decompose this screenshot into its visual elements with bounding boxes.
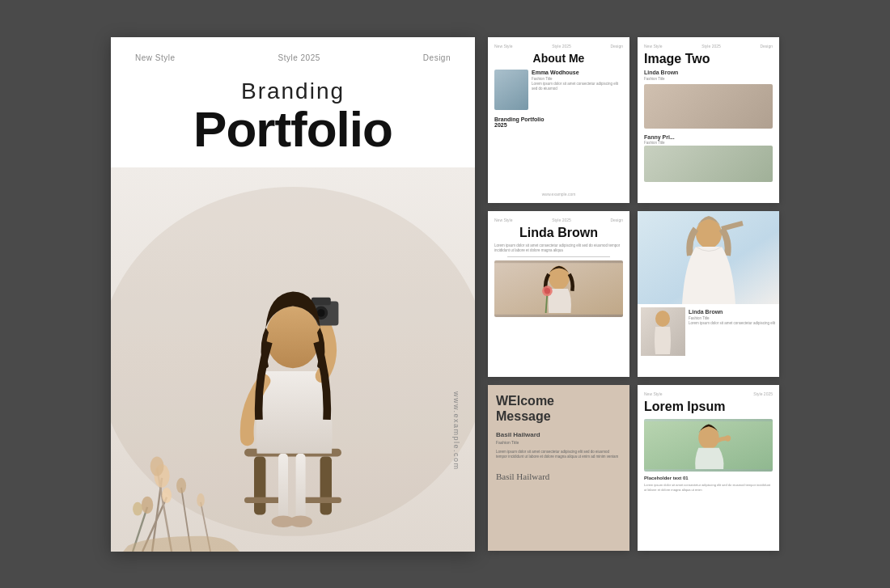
- svg-point-21: [150, 456, 164, 476]
- fashion-photo-svg: [638, 211, 779, 304]
- thumb2-title: Image Two: [644, 52, 773, 66]
- thumb5-signature: Basil Hailward: [496, 472, 621, 481]
- thumbnails-grid: New Style Style 2025 Design About Me Emm…: [488, 37, 779, 552]
- thumb2-photo-bg: [644, 84, 773, 129]
- thumb4-name: Linda Brown: [689, 309, 776, 315]
- thumb4-bottom-row: Linda Brown Fashion TitleLorem ipsum dol…: [638, 304, 779, 359]
- page-meta: New Style Style 2025 Design: [135, 53, 451, 62]
- svg-point-28: [197, 493, 205, 507]
- svg-rect-4: [320, 456, 332, 514]
- main-portfolio-page: New Style Style 2025 Design Branding Por…: [111, 37, 475, 552]
- thumb1-text: Emma Wodhouse Fashion TitleLorem ipsum d…: [532, 70, 623, 110]
- thumb1-meta-left: New Style: [494, 44, 513, 49]
- thumb2-meta-center: Style 2025: [701, 44, 721, 49]
- thumb4-small-photo: [641, 307, 685, 356]
- thumb3-photo: [494, 260, 623, 317]
- thumb-welcome[interactable]: WElcome Message Basil Hailward Fashion T…: [488, 385, 629, 551]
- svg-rect-7: [278, 453, 288, 521]
- thumb3-meta-center: Style 2025: [552, 218, 571, 222]
- meta-right: Design: [423, 53, 451, 62]
- thumb2-photo2-bg: [644, 146, 773, 182]
- thumb3-meta-right: Design: [610, 218, 623, 222]
- thumb1-meta: New Style Style 2025 Design: [494, 44, 623, 49]
- meta-center: Style 2025: [278, 53, 320, 62]
- thumb4-small-svg: [641, 307, 685, 356]
- svg-point-22: [142, 496, 153, 514]
- thumb2-second-name: Fanny Pri...: [644, 134, 773, 140]
- thumb1-meta-center: Style 2025: [552, 44, 571, 49]
- thumb5-name: Basil Hailward: [496, 431, 621, 438]
- thumb3-meta-left: New Style: [494, 218, 513, 222]
- thumb5-title: WElcome Message: [496, 393, 621, 424]
- svg-point-24: [133, 501, 142, 515]
- thumb2-second-photo: [644, 146, 773, 182]
- meta-left: New Style: [135, 53, 176, 62]
- title-branding: Branding: [135, 78, 451, 104]
- page-title: Branding Portfolio: [135, 78, 451, 154]
- thumb2-second-sub: Fashion Title: [644, 141, 773, 146]
- thumb2-meta: New Style Style 2025 Design: [644, 44, 773, 49]
- svg-point-37: [655, 311, 670, 327]
- lorem-photo-svg: [644, 419, 773, 472]
- thumb-lorem-ipsum[interactable]: New Style Style 2025 Lorem Ipsum: [638, 385, 779, 551]
- thumb4-main-photo: [638, 211, 779, 304]
- thumb2-person-name: Linda Brown: [644, 70, 773, 75]
- thumb-fashion-photo[interactable]: Linda Brown Fashion TitleLorem ipsum dol…: [638, 211, 779, 377]
- thumb6-meta-left: New Style: [644, 391, 663, 396]
- thumb1-title: About Me: [494, 52, 623, 65]
- svg-point-33: [545, 289, 550, 294]
- thumb4-sub: Fashion TitleLorem ipsum dolor sit amet …: [689, 316, 776, 327]
- svg-rect-3: [254, 456, 265, 514]
- thumb6-placeholder: Placeholder text 01: [644, 476, 773, 480]
- thumb4-text: Linda Brown Fashion TitleLorem ipsum dol…: [689, 307, 776, 356]
- thumb1-person-sub: Fashion TitleLorem ipsum dolor sit amet …: [532, 77, 623, 92]
- thumb3-meta: New Style Style 2025 Design: [494, 218, 623, 222]
- vertical-url: www.example.com: [452, 391, 460, 471]
- thumb3-title: Linda Brown: [494, 226, 623, 240]
- svg-point-40: [725, 435, 731, 441]
- svg-rect-12: [312, 297, 331, 305]
- thumb1-bottom: Branding Portfolio2025: [494, 116, 623, 128]
- svg-point-15: [265, 306, 320, 368]
- thumb1-person-name: Emma Wodhouse: [532, 70, 623, 75]
- thumb2-meta-right: Design: [760, 44, 773, 49]
- thumb5-title-line1: WElcome: [496, 394, 554, 408]
- thumb3-desc: Lorem ipsum dolor sit amet consectetur a…: [494, 243, 623, 254]
- thumb6-photo: [644, 419, 773, 472]
- svg-point-26: [176, 477, 186, 493]
- thumb1-meta-right: Design: [610, 44, 623, 49]
- thumb1-content-row: Emma Wodhouse Fashion TitleLorem ipsum d…: [494, 70, 623, 110]
- svg-point-10: [289, 515, 312, 527]
- svg-point-35: [696, 219, 722, 248]
- thumb2-main-photo: [644, 84, 773, 129]
- page-header: New Style Style 2025 Design Branding Por…: [111, 37, 475, 167]
- linda-photo-svg: [494, 260, 623, 317]
- thumb-image-two[interactable]: New Style Style 2025 Design Image Two Li…: [638, 37, 779, 203]
- woman-illustration: [111, 167, 475, 552]
- svg-rect-8: [296, 453, 306, 521]
- thumb2-person-sub: Fashion Title: [644, 77, 773, 81]
- thumb5-body: Lorem ipsum dolor sit amet consectetur a…: [496, 450, 621, 461]
- photo-background: www.example.com: [111, 167, 475, 552]
- thumb6-title: Lorem Ipsum: [644, 400, 773, 414]
- thumb6-body: Lorem ipsum dolor sit amet consectetur a…: [644, 483, 773, 493]
- thumb3-divider: [507, 256, 610, 257]
- svg-point-23: [162, 487, 172, 502]
- svg-point-30: [549, 266, 569, 290]
- main-page-photo: www.example.com: [111, 167, 475, 552]
- app-container: New Style Style 2025 Design Branding Por…: [91, 18, 799, 571]
- thumb6-meta-center: Style 2025: [753, 391, 773, 396]
- thumb1-url: www.example.com: [494, 188, 623, 197]
- about-photo-bg: [494, 70, 528, 110]
- thumb6-meta: New Style Style 2025: [644, 391, 773, 396]
- svg-point-14: [317, 309, 325, 317]
- thumb-linda-brown[interactable]: New Style Style 2025 Design Linda Brown …: [488, 211, 629, 377]
- thumb1-photo: [494, 70, 528, 110]
- thumb5-name-sub: Fashion Title: [496, 440, 621, 445]
- title-portfolio: Portfolio: [135, 104, 451, 154]
- thumb-about-me[interactable]: New Style Style 2025 Design About Me Emm…: [488, 37, 629, 203]
- thumb5-title-line2: Message: [496, 409, 551, 423]
- thumb2-meta-left: New Style: [644, 44, 663, 49]
